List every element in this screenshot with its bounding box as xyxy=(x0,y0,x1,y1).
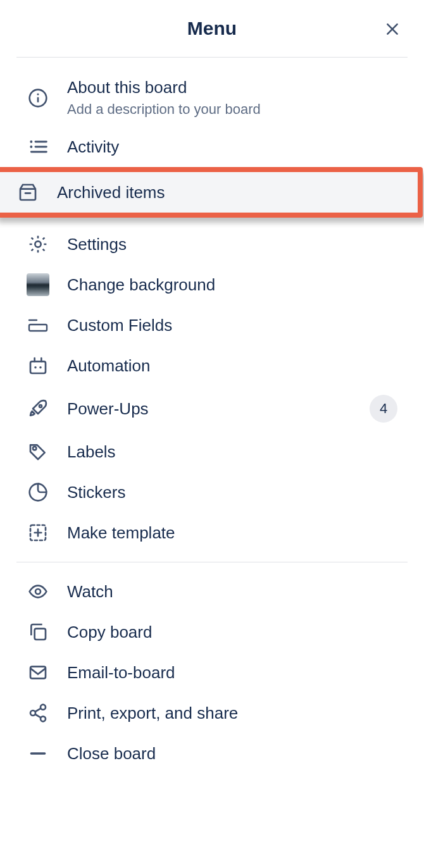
menu-title: Menu xyxy=(187,18,237,39)
svg-rect-15 xyxy=(30,361,46,373)
highlight-archived-items: Archived items xyxy=(0,167,423,218)
svg-line-31 xyxy=(35,709,41,712)
svg-rect-27 xyxy=(30,667,46,679)
activity-list-icon xyxy=(27,135,49,158)
menu-item-activity[interactable]: Activity xyxy=(16,127,408,167)
sticker-icon xyxy=(27,481,49,504)
custom-fields-icon xyxy=(27,314,49,337)
menu-item-label: Watch xyxy=(67,582,397,602)
copy-icon xyxy=(27,621,49,643)
archive-icon xyxy=(16,181,39,204)
svg-point-30 xyxy=(41,716,46,721)
svg-point-4 xyxy=(37,93,39,95)
svg-point-12 xyxy=(35,241,41,247)
svg-rect-14 xyxy=(29,325,47,331)
menu-item-about[interactable]: About this board Add a description to yo… xyxy=(16,69,408,127)
email-icon xyxy=(27,661,49,684)
divider xyxy=(16,562,408,562)
menu-item-label: Make template xyxy=(67,523,397,543)
menu-item-change-background[interactable]: Change background xyxy=(16,264,408,305)
menu-item-print-export-share[interactable]: Print, export, and share xyxy=(16,693,408,733)
svg-line-32 xyxy=(35,714,41,717)
menu-item-email-to-board[interactable]: Email-to-board xyxy=(16,652,408,693)
menu-item-automation[interactable]: Automation xyxy=(16,345,408,386)
svg-point-21 xyxy=(33,447,36,450)
menu-item-label: Settings xyxy=(67,235,397,254)
menu-item-make-template[interactable]: Make template xyxy=(16,512,408,553)
power-ups-badge: 4 xyxy=(370,395,397,423)
menu-header: Menu xyxy=(16,0,408,57)
menu-item-watch[interactable]: Watch xyxy=(16,571,408,612)
menu-item-settings[interactable]: Settings xyxy=(16,224,408,264)
background-thumb-icon xyxy=(27,273,49,296)
info-icon xyxy=(27,87,49,109)
board-menu-panel: Menu About this board Add a description … xyxy=(0,0,424,799)
close-button[interactable] xyxy=(381,18,404,40)
menu-item-label: Change background xyxy=(67,275,397,295)
svg-point-29 xyxy=(30,710,35,716)
menu-item-label: Stickers xyxy=(67,483,397,502)
svg-point-19 xyxy=(39,366,41,368)
menu-item-label: Print, export, and share xyxy=(67,704,397,723)
menu-item-sublabel: Add a description to your board xyxy=(67,101,397,118)
svg-point-28 xyxy=(41,705,46,710)
svg-point-7 xyxy=(30,146,32,148)
share-icon xyxy=(27,702,49,724)
svg-point-20 xyxy=(39,405,42,407)
rocket-icon xyxy=(27,397,49,420)
svg-point-18 xyxy=(34,366,36,368)
menu-item-power-ups[interactable]: Power-Ups 4 xyxy=(16,386,408,431)
menu-item-stickers[interactable]: Stickers xyxy=(16,472,408,512)
menu-item-label: About this board xyxy=(67,78,397,97)
menu-item-label: Labels xyxy=(67,442,397,462)
divider xyxy=(16,57,408,58)
menu-item-archived[interactable]: Archived items xyxy=(0,172,418,213)
eye-icon xyxy=(27,580,49,603)
label-tag-icon xyxy=(27,440,49,463)
menu-item-label: Automation xyxy=(67,356,397,376)
menu-item-copy-board[interactable]: Copy board xyxy=(16,612,408,652)
svg-rect-10 xyxy=(20,189,35,200)
menu-item-label: Power-Ups xyxy=(67,399,352,419)
menu-item-label: Custom Fields xyxy=(67,316,397,335)
menu-item-labels[interactable]: Labels xyxy=(16,431,408,472)
menu-item-label: Archived items xyxy=(57,183,408,202)
svg-point-25 xyxy=(35,589,41,594)
menu-item-label: Activity xyxy=(67,137,397,157)
menu-item-custom-fields[interactable]: Custom Fields xyxy=(16,305,408,345)
menu-item-close-board[interactable]: Close board xyxy=(16,733,408,774)
svg-rect-26 xyxy=(35,629,46,640)
menu-item-label: Email-to-board xyxy=(67,663,397,683)
automation-robot-icon xyxy=(27,354,49,377)
menu-item-label: Close board xyxy=(67,744,397,764)
minus-icon xyxy=(27,742,49,765)
gear-icon xyxy=(27,233,49,256)
template-icon xyxy=(27,521,49,544)
close-icon xyxy=(384,21,401,37)
svg-point-5 xyxy=(30,140,32,143)
menu-item-label: Copy board xyxy=(67,623,397,642)
